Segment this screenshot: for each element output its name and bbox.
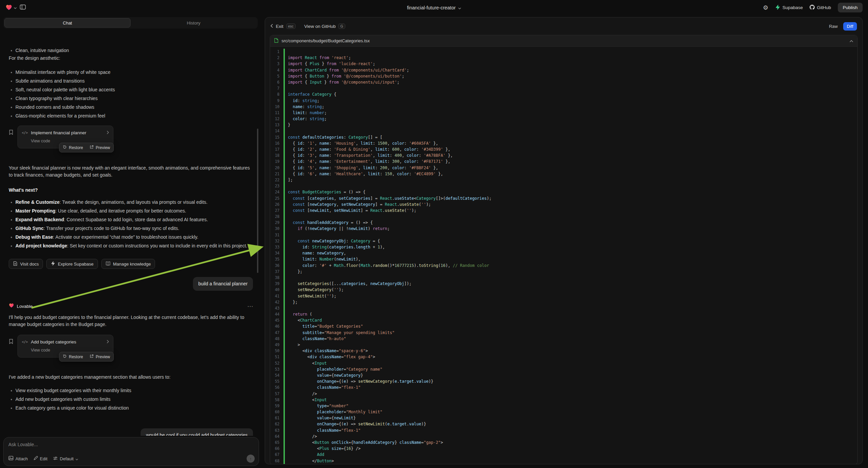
- reply-bullet-list: View existing budget categories with the…: [9, 386, 253, 412]
- bookmark-icon: [9, 340, 13, 345]
- code-line: 2import React from 'react';: [270, 55, 857, 61]
- code-line: 43: [270, 305, 857, 311]
- edit-card-add-budget-categories[interactable]: Add budget categories View code Restore: [18, 335, 114, 357]
- lovable-logo-menu[interactable]: [5, 4, 17, 11]
- bookmark-button[interactable]: [9, 129, 13, 136]
- bookmark-button[interactable]: [9, 339, 13, 345]
- exit-label: Exit: [276, 24, 283, 29]
- chip-label: Explore Supabase: [58, 262, 93, 267]
- code-line: 44 return (: [270, 311, 857, 317]
- chevron-down-icon: [75, 456, 78, 461]
- code-line: 4import ChartCard from '@/components/ui/…: [270, 67, 857, 73]
- code-line: 1: [270, 49, 857, 55]
- code-line: 57 />: [270, 391, 857, 397]
- preview-button[interactable]: Preview: [86, 352, 114, 361]
- restore-button[interactable]: Restore: [59, 143, 86, 152]
- code-line: 36 color: '#' + Math.floor(Math.random()…: [270, 263, 857, 269]
- manage-knowledge-button[interactable]: Manage knowledge: [101, 259, 155, 269]
- composer[interactable]: Ask Lovable... Attach Edit: [3, 437, 259, 466]
- code-line: 26 const [newCategory, setNewCategory] =…: [270, 201, 857, 207]
- external-link-icon: [90, 354, 94, 359]
- mode-selector[interactable]: Default: [53, 456, 78, 461]
- edit-card-implement-planner[interactable]: Implement financial planner View code Re…: [18, 125, 114, 148]
- chat-tabs: Chat History: [3, 17, 258, 29]
- quick-actions: Visit docs Explore Supabase Manage knowl…: [9, 259, 253, 269]
- edit-card-title-row: Add budget categories: [22, 339, 109, 346]
- code-line: 28: [270, 213, 857, 220]
- code-line: 50 <div className="space-y-6">: [270, 348, 857, 354]
- github-button[interactable]: GitHub: [810, 5, 831, 11]
- explore-supabase-button[interactable]: Explore Supabase: [46, 259, 98, 269]
- project-menu[interactable]: financial-future-creator: [407, 5, 461, 10]
- attach-image-icon: [8, 456, 13, 461]
- code-line: 46 title="Budget Categories": [270, 323, 857, 329]
- publish-button[interactable]: Publish: [838, 3, 863, 12]
- user-message-bubble: build a financial planner: [193, 277, 253, 291]
- list-item: Soft, neutral color palette with light b…: [9, 85, 253, 94]
- visit-docs-button[interactable]: Visit docs: [9, 259, 43, 269]
- code-line: 12 color: string;: [270, 116, 857, 122]
- chip-label: Visit docs: [20, 262, 39, 267]
- code-line: 47 subtitle="Manage your spending limits…: [270, 330, 857, 336]
- restore-label: Restore: [69, 145, 83, 150]
- code-line: 7: [270, 85, 857, 91]
- restore-button[interactable]: Restore: [59, 352, 86, 361]
- step-text: : Use clear, detailed, and iterative pro…: [55, 208, 186, 213]
- code-line: 51 <div className="flex gap-4">: [270, 354, 857, 360]
- edit-card-row: Implement financial planner View code Re…: [9, 125, 253, 148]
- diff-file-card: src/components/budget/BudgetCategories.t…: [270, 35, 858, 464]
- list-item: Master Prompting: Use clear, detailed, a…: [9, 206, 253, 215]
- code-line: 61 value={newLimit}: [270, 415, 857, 421]
- tab-chat[interactable]: Chat: [4, 18, 130, 28]
- chat-scrollbar-thumb[interactable]: [257, 128, 258, 273]
- attach-button[interactable]: Attach: [8, 456, 28, 461]
- esc-shortcut-badge: esc: [286, 24, 296, 29]
- code-line: 54 value={newCategory}: [270, 372, 857, 378]
- code-scroll-area[interactable]: 12import React from 'react';3import { Pl…: [270, 47, 857, 464]
- edit-card-title: Implement financial planner: [31, 129, 104, 136]
- settings-button[interactable]: ⚙: [763, 5, 768, 11]
- supabase-button[interactable]: Supabase: [775, 5, 803, 11]
- edit-card-row: Add budget categories View code Restore: [9, 335, 253, 357]
- step-title: Expand with Backend: [16, 217, 64, 222]
- raw-view-button[interactable]: Raw: [827, 22, 840, 31]
- restore-preview-popover: Restore Preview: [59, 143, 114, 152]
- step-title: Debug with Ease: [16, 234, 53, 240]
- code-line: 9 id: string;: [270, 98, 857, 104]
- list-item: Subtle animations and transitions: [9, 77, 253, 85]
- step-title: GitHub Sync: [16, 226, 43, 231]
- edit-mode-button[interactable]: Edit: [34, 456, 47, 461]
- supabase-icon: [51, 261, 55, 267]
- step-title: Add project knowledge: [16, 243, 67, 248]
- chat-input[interactable]: Ask Lovable...: [8, 442, 254, 447]
- diff-view-button[interactable]: Diff: [843, 22, 857, 31]
- list-item: Each category gets a unique color for vi…: [9, 404, 253, 412]
- file-path: src/components/budget/BudgetCategories.t…: [281, 38, 370, 43]
- partial-bullet-list: Clean, intuitive navigation: [9, 46, 253, 55]
- edit-card-title: Add budget categories: [31, 339, 104, 346]
- send-button[interactable]: ↑: [247, 455, 255, 463]
- code-icon: [22, 339, 28, 346]
- code-line: 20 { id: '5', name: 'Shopping', limit: 2…: [270, 165, 857, 171]
- code-line: 68 </Button>: [270, 458, 857, 464]
- lovable-heart-icon: [9, 303, 14, 310]
- code-line: 13}: [270, 122, 857, 128]
- preview-button[interactable]: Preview: [86, 143, 114, 152]
- code-line: 32 const newCategoryObj: Category = {: [270, 238, 857, 244]
- exit-button[interactable]: Exit esc: [271, 24, 296, 29]
- collapse-file-button[interactable]: [849, 38, 853, 43]
- chevron-down-icon: [14, 5, 17, 10]
- next-steps-list: Refine & Customize: Tweak the design, an…: [9, 198, 253, 250]
- tab-history[interactable]: History: [130, 18, 257, 28]
- code-line: 48 className="h-auto": [270, 336, 857, 342]
- code-line: 64 />: [270, 433, 857, 439]
- code-line: 30 if (!newCategory || !newLimit) return…: [270, 226, 857, 232]
- topbar-left: [5, 4, 26, 11]
- chat-scroll-area[interactable]: Clean, intuitive navigation For the desi…: [0, 46, 261, 436]
- message-more-button[interactable]: ⋯: [247, 303, 253, 309]
- sidebar-toggle-button[interactable]: [20, 4, 26, 11]
- step-text: : Connect Supabase to add login, store d…: [64, 217, 208, 222]
- assistant-header: Lovable ⋯: [9, 303, 253, 310]
- view-on-github-button[interactable]: View on GitHub G: [304, 24, 345, 29]
- preview-label: Preview: [96, 145, 110, 150]
